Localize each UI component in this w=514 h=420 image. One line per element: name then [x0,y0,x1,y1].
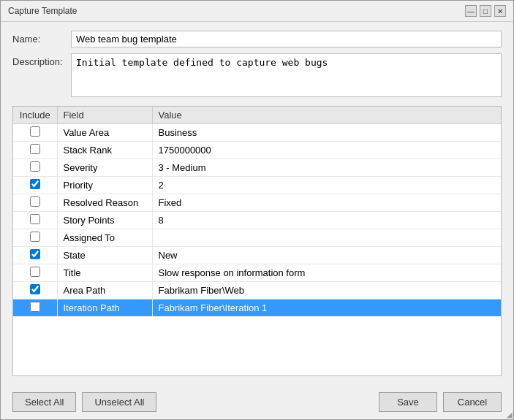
include-checkbox[interactable] [30,179,40,189]
table-row[interactable]: Stack Rank1750000000 [13,142,501,159]
table-row[interactable]: Value AreaBusiness [13,124,501,142]
close-button[interactable]: ✕ [494,5,506,17]
value-cell: Slow response on information form [152,264,501,282]
description-input[interactable] [71,53,502,97]
value-cell: Business [152,124,501,142]
name-label: Name: [12,31,71,45]
window-controls: — □ ✕ [465,5,506,17]
table-scroll-area[interactable]: Value AreaBusinessStack Rank1750000000Se… [13,124,501,375]
col-value-header: Value [152,107,501,124]
table-header-row: Include Field Value [13,107,501,124]
value-cell: New [152,247,501,264]
include-checkbox[interactable] [30,144,40,154]
include-checkbox[interactable] [30,161,40,172]
footer: Select All Unselect All Save Cancel [1,385,513,419]
fields-table-container: Include Field Value Val [12,106,502,376]
table-row[interactable]: Iteration PathFabrikam Fiber\Iteration 1 [13,299,501,317]
table-row[interactable]: Area PathFabrikam Fiber\Web [13,282,501,299]
include-checkbox[interactable] [30,126,40,137]
include-checkbox[interactable] [30,214,40,224]
minimize-button[interactable]: — [465,5,477,17]
col-include-header: Include [13,107,57,124]
capture-template-window: Capture Template — □ ✕ Name: Description… [0,0,514,420]
field-cell: Value Area [57,124,152,142]
field-cell: Iteration Path [57,299,152,317]
table-row[interactable]: TitleSlow response on information form [13,264,501,282]
select-all-button[interactable]: Select All [12,392,76,412]
unselect-all-button[interactable]: Unselect All [82,392,156,412]
value-cell [152,229,501,247]
include-checkbox[interactable] [30,249,40,259]
include-checkbox[interactable] [30,196,40,207]
table-row[interactable]: Severity3 - Medium [13,159,501,177]
value-cell: Fabrikam Fiber\Web [152,282,501,299]
field-cell: Title [57,264,152,282]
table-row[interactable]: Resolved ReasonFixed [13,194,501,212]
field-cell: Stack Rank [57,142,152,159]
value-cell: Fabrikam Fiber\Iteration 1 [152,299,501,317]
field-cell: Assigned To [57,229,152,247]
title-bar: Capture Template — □ ✕ [1,1,513,22]
window-title: Capture Template [8,6,78,16]
footer-left: Select All Unselect All [12,392,156,412]
value-cell: Fixed [152,194,501,212]
name-input[interactable] [71,31,502,47]
table-row[interactable]: Priority2 [13,177,501,194]
save-button[interactable]: Save [379,392,437,412]
include-checkbox[interactable] [30,232,40,242]
description-label: Description: [12,53,71,67]
include-checkbox[interactable] [30,302,40,312]
cancel-button[interactable]: Cancel [443,392,502,412]
field-cell: Priority [57,177,152,194]
value-cell: 1750000000 [152,142,501,159]
table-row[interactable]: Assigned To [13,229,501,247]
field-cell: Area Path [57,282,152,299]
include-checkbox[interactable] [30,267,40,277]
include-checkbox[interactable] [30,284,40,294]
field-cell: Resolved Reason [57,194,152,212]
field-cell: Severity [57,159,152,177]
table-row[interactable]: Story Points8 [13,212,501,229]
value-cell: 3 - Medium [152,159,501,177]
resize-grip: ◢ [507,411,513,419]
footer-right: Save Cancel [379,392,502,412]
name-row: Name: [12,31,502,47]
description-row: Description: [12,53,502,97]
field-cell: State [57,247,152,264]
main-content: Name: Description: Include Field Value [1,22,513,385]
field-cell: Story Points [57,212,152,229]
col-field-header: Field [57,107,152,124]
value-cell: 8 [152,212,501,229]
table-row[interactable]: StateNew [13,247,501,264]
maximize-button[interactable]: □ [480,5,491,17]
value-cell: 2 [152,177,501,194]
